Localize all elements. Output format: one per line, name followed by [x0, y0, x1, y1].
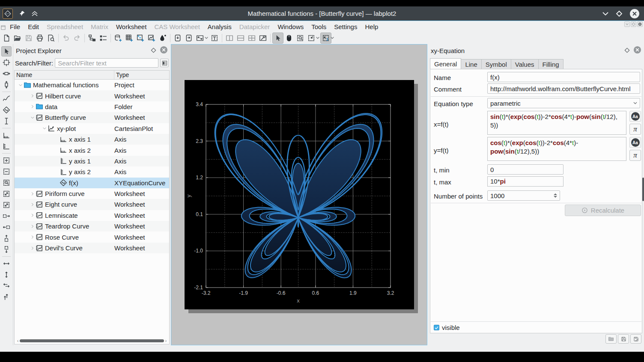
tree-row-devil-s-curve[interactable]: Devil's CurveWorksheet	[15, 243, 169, 253]
tab-values[interactable]: Values	[511, 59, 539, 69]
toolbar-button-new-document-icon[interactable]	[1, 33, 12, 44]
column-header-name[interactable]: Name	[15, 71, 114, 79]
plot-tool-nudge-h-icon[interactable]	[1, 258, 12, 269]
save-default-button[interactable]	[630, 334, 641, 344]
expander-expanded-icon[interactable]	[29, 115, 36, 120]
tab-symbol[interactable]: Symbol	[481, 59, 511, 69]
toolbar-button-layout-grid-icon[interactable]	[246, 33, 257, 44]
plot-tool-zoom-out-box-icon[interactable]	[1, 166, 12, 177]
menu-analysis[interactable]: Analysis	[204, 22, 236, 32]
plot-tool-scale-y-icon[interactable]	[1, 141, 12, 151]
expander-collapsed-icon[interactable]	[29, 224, 36, 229]
plot-tool-collapse-box-icon[interactable]	[1, 200, 12, 210]
toolbar-button-layout-edit-icon[interactable]	[257, 33, 268, 44]
name-field[interactable]	[487, 72, 640, 82]
toolbar-button-cursor-icon[interactable]	[272, 33, 283, 44]
toolbar-button-ink-drop-icon[interactable]	[157, 33, 168, 44]
plot-tool-shift-down-box-icon[interactable]	[1, 244, 12, 255]
plot-tool-pan-h-icon[interactable]	[1, 68, 12, 79]
menu-tools[interactable]: Tools	[307, 22, 330, 32]
tab-line[interactable]: Line	[461, 59, 481, 69]
plot-tool-nudge-left-icon[interactable]	[1, 281, 12, 291]
close-dock-icon[interactable]	[160, 46, 168, 55]
tree-row-hilbert-curve[interactable]: Hilbert curveWorksheet	[15, 90, 169, 101]
float-dock-icon[interactable]	[624, 47, 630, 54]
tree-row-eight-curve[interactable]: Eight curveWorksheet	[15, 199, 169, 210]
filter-options-button[interactable]	[160, 59, 169, 67]
scroll-left-arrow[interactable]: ‹	[17, 338, 18, 343]
spin-down-icon[interactable]	[554, 196, 557, 198]
comment-field[interactable]	[487, 83, 640, 94]
tab-general[interactable]: General	[430, 58, 461, 69]
menu-worksheet[interactable]: Worksheet	[112, 22, 150, 32]
dropdown-caret-icon[interactable]	[316, 37, 319, 39]
horizontal-scrollbar[interactable]: ‹ ›	[17, 339, 167, 343]
plot-tool-nudge-up-icon[interactable]	[1, 292, 12, 302]
vertical-scrollbar-thumb[interactable]	[642, 178, 644, 201]
tree-row-butterfly-curve[interactable]: Butterfly curveWorksheet	[15, 112, 169, 123]
shade-icon[interactable]	[31, 11, 38, 17]
y-equation-field[interactable]: cos(t)*(exp(cos(t))-2*cos(4*t)-pow(sin(t…	[487, 137, 626, 161]
tab-filling[interactable]: Filling	[538, 59, 564, 69]
mdi-close-button[interactable]	[637, 21, 643, 27]
toolbar-button-open-folder-icon[interactable]	[12, 33, 23, 44]
toolbar-button-new-matrix-icon[interactable]	[135, 33, 146, 44]
menu-windows[interactable]: Windows	[274, 22, 307, 32]
y-pi-button[interactable]: π	[629, 150, 641, 161]
menu-settings[interactable]: Settings	[330, 22, 361, 32]
expander-collapsed-icon[interactable]	[29, 234, 36, 240]
toolbar-button-mouse-icon[interactable]	[283, 33, 295, 44]
tree-row-lemniscate[interactable]: LemniscateWorksheet	[15, 210, 169, 221]
toolbar-button-print-preview-icon[interactable]	[45, 33, 57, 44]
tree-row-xy-plot[interactable]: xy-plotCartesianPlot	[15, 123, 169, 134]
plot-tool-crosshair-icon[interactable]	[1, 57, 12, 68]
dropdown-caret-icon[interactable]	[331, 37, 334, 39]
plot-tool-cursor-icon[interactable]	[1, 46, 12, 56]
load-template-button[interactable]	[605, 334, 617, 344]
search-filter-input[interactable]	[55, 58, 158, 68]
plot-tool-add-equation-icon[interactable]	[1, 105, 12, 115]
y-constants-button[interactable]: Aa	[629, 137, 641, 148]
dropdown-caret-icon[interactable]	[205, 37, 208, 39]
menu-file[interactable]: File	[6, 22, 24, 32]
maximize-button[interactable]	[616, 10, 623, 17]
scrollbar-thumb[interactable]	[20, 339, 164, 342]
toolbar-button-new-worksheet-icon[interactable]	[146, 33, 157, 44]
plot-page[interactable]: -3.2-1.9-0.60.61.93.23.42.31.20.1-1.0-2.…	[185, 80, 414, 309]
tree-row-data[interactable]: dataFolder	[15, 101, 169, 112]
recalculate-button[interactable]: Recalculate	[565, 205, 641, 216]
toolbar-button-text-frame-icon[interactable]	[209, 33, 220, 44]
tree-row-teardrop-curve[interactable]: Teardrop CurveWorksheet	[15, 221, 169, 231]
toolbar-button-frame-back-icon[interactable]	[172, 33, 183, 44]
tree-row-x-axis-1[interactable]: x axis 1Axis	[15, 134, 169, 145]
tree-row-y-axis-1[interactable]: y axis 1Axis	[15, 156, 169, 166]
x-pi-button[interactable]: π	[629, 124, 641, 135]
plot-tool-pan-v-icon[interactable]	[1, 80, 12, 90]
expander-collapsed-icon[interactable]	[29, 104, 36, 109]
tree-row-y-axis-2[interactable]: y axis 2Axis	[15, 166, 169, 177]
plot-tool-shift-left-box-icon[interactable]	[1, 222, 12, 232]
worksheet-view[interactable]: -3.2-1.9-0.60.61.93.23.42.31.20.1-1.0-2.…	[171, 44, 427, 345]
x-equation-field[interactable]: sin(t)*(exp(cos(t))-2*cos(4*t)-pow(sin(t…	[487, 111, 626, 135]
x-constants-button[interactable]: Aa	[629, 111, 641, 122]
toolbar-button-layout-vertical-icon[interactable]	[224, 33, 235, 44]
plot-tool-zoom-select-icon[interactable]	[1, 178, 12, 188]
toolbar-button-magnify-1-icon[interactable]: 1	[320, 33, 331, 44]
plot-tool-add-axis-icon[interactable]	[1, 116, 12, 126]
menu-help[interactable]: Help	[361, 22, 382, 32]
pin-icon[interactable]	[19, 10, 25, 17]
npoints-spinner[interactable]: 1000	[487, 190, 560, 201]
expander-collapsed-icon[interactable]	[29, 202, 36, 207]
expander-collapsed-icon[interactable]	[29, 191, 36, 196]
minimize-button[interactable]	[602, 12, 609, 16]
toolbar-button-layout-horizontal-icon[interactable]	[235, 33, 246, 44]
menu-edit[interactable]: Edit	[24, 22, 43, 32]
save-template-button[interactable]	[618, 334, 629, 344]
toolbar-button-fit-frame-icon[interactable]	[194, 33, 206, 44]
toolbar-button-project-tree-icon[interactable]	[86, 33, 98, 44]
tmax-field[interactable]: 10*pi	[487, 176, 564, 187]
plot-tool-nudge-v-icon[interactable]	[1, 270, 12, 280]
expander-collapsed-icon[interactable]	[29, 93, 36, 98]
plot-tool-expand-box-icon[interactable]	[1, 189, 12, 199]
tree-row-x-axis-2[interactable]: x axis 2Axis	[15, 145, 169, 155]
